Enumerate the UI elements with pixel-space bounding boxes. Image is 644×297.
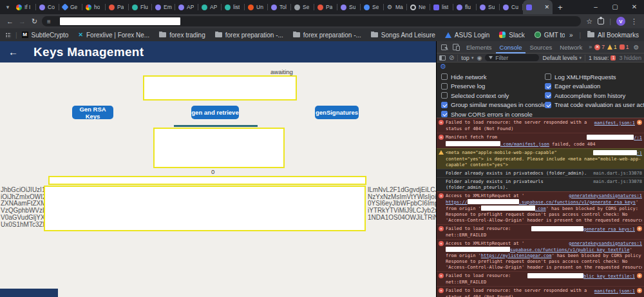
browser-tab[interactable]: Su — [477, 0, 500, 14]
issues-count-badge[interactable]: 1 — [620, 44, 629, 50]
checkbox-icon[interactable] — [441, 83, 448, 90]
source-link[interactable]: main.dart.js:33078 — [593, 171, 642, 176]
context-selector[interactable]: top▾ — [461, 55, 473, 61]
console-setting-checkbox[interactable]: Treat code evaluation as user action — [545, 101, 644, 110]
browser-tab[interactable]: Em — [152, 0, 175, 14]
thin-input-box[interactable] — [48, 176, 366, 185]
browser-tab[interactable]: Su — [337, 0, 361, 14]
forward-nav-icon[interactable]: → — [16, 17, 28, 25]
error-count-badge[interactable]: ✕ 7 — [594, 44, 605, 50]
message-link[interactable]: .com/manifest.json — [500, 142, 549, 147]
middle-input-box[interactable] — [153, 128, 285, 168]
browser-menu-icon[interactable]: ⋮ — [630, 17, 638, 26]
browser-tab[interactable]: Co — [36, 0, 59, 14]
browser-tab[interactable]: Flu — [129, 0, 152, 14]
device-toolbar-icon[interactable] — [453, 44, 459, 50]
checkbox-icon[interactable] — [545, 92, 551, 99]
devtools-tab-console[interactable]: Console — [496, 41, 526, 53]
browser-tab[interactable]: list — [430, 0, 453, 14]
browser-tab[interactable]: AP — [198, 0, 222, 14]
browser-tab[interactable]: Cu — [500, 0, 523, 14]
browser-tab[interactable]: Pa — [314, 0, 337, 14]
console-setting-checkbox[interactable]: Hide network — [441, 72, 546, 82]
browser-tab[interactable]: Se — [291, 0, 314, 14]
console-setting-checkbox[interactable]: Selected context only — [441, 91, 546, 101]
awaiting-input-box[interactable] — [143, 75, 297, 101]
checkbox-icon[interactable] — [545, 102, 551, 108]
devtools-settings-icon[interactable]: ⚙ — [631, 44, 641, 51]
message-link[interactable]: https:// — [446, 200, 468, 205]
bookmark-item[interactable]: forex preparation -... — [215, 32, 283, 39]
browser-tab[interactable]: flu — [453, 0, 477, 14]
console-sidebar-icon[interactable] — [439, 55, 446, 61]
bookmark-star-icon[interactable]: ☆ — [586, 17, 592, 26]
devtools-tab-network[interactable]: Network — [556, 41, 586, 53]
message-link[interactable]: https://mylisteningear.com — [481, 253, 552, 258]
browser-tab[interactable]: Tol — [268, 0, 291, 14]
browser-tab[interactable]: Pa — [106, 0, 129, 14]
browser-tab-active[interactable]: ✕ — [523, 0, 553, 14]
browser-tab[interactable]: Se — [361, 0, 384, 14]
source-link[interactable]: blic_key_textfile:1 — [583, 274, 635, 279]
bookmark-item[interactable]: forex trading — [159, 32, 205, 39]
live-expression-icon[interactable]: ◉ — [477, 55, 482, 61]
bookmark-item[interactable]: ✕Forexlive | Forex Ne... — [78, 32, 149, 39]
clear-console-icon[interactable]: ⊘ — [449, 55, 454, 61]
minimize-button[interactable]: – — [586, 0, 605, 14]
message-link[interactable]: supabase.co/functions/v1/public_key_text… — [510, 247, 629, 253]
url-input[interactable]: ≡ — [42, 16, 581, 26]
source-link[interactable]: manifest.json:1 — [594, 289, 635, 294]
gen-rsa-keys-button[interactable]: Gen RSA Keys — [72, 106, 113, 119]
apps-grid-icon[interactable] — [5, 32, 11, 38]
message-link[interactable]: .supabase.co/functions/v1/generate_rsa_k… — [519, 200, 636, 205]
profile-avatar[interactable]: V — [616, 17, 625, 26]
browser-tab[interactable]: ⚙Ma — [384, 0, 407, 14]
bookmark-item[interactable]: ASUS Login — [445, 32, 489, 39]
devtools-tab-sources[interactable]: Sources — [526, 41, 556, 53]
source-link[interactable]: main.dart.js:33078 — [593, 179, 642, 184]
browser-tab[interactable]: AP — [175, 0, 198, 14]
console-setting-checkbox[interactable]: Autocomplete from history — [545, 91, 644, 101]
browser-tab[interactable]: Ne — [407, 0, 430, 14]
tab-search-icon[interactable]: ▾ — [3, 4, 13, 10]
gen-and-retrieve-button[interactable]: gen and retrieve — [191, 106, 239, 119]
large-output-box[interactable] — [44, 186, 366, 231]
checkbox-icon[interactable] — [545, 83, 551, 90]
new-tab-button[interactable]: + — [558, 3, 563, 12]
close-window-button[interactable]: ✕ — [625, 0, 644, 14]
source-link[interactable]: :1 — [637, 151, 642, 156]
checkbox-icon[interactable] — [441, 111, 448, 117]
console-setting-checkbox[interactable]: Show CORS errors in console — [441, 110, 546, 119]
all-bookmarks-button[interactable]: All Bookmarks — [587, 32, 639, 39]
close-tab-icon[interactable]: ✕ — [544, 4, 549, 10]
checkbox-icon[interactable] — [545, 73, 551, 80]
reload-icon[interactable]: ↻ — [28, 17, 41, 26]
source-link[interactable]: generatekeysandsignatures:1 — [569, 193, 642, 198]
checkbox-icon[interactable] — [441, 102, 448, 108]
bookmark-item[interactable]: GMT to Singapore T... — [535, 32, 565, 39]
back-arrow-icon[interactable]: ← — [8, 46, 18, 57]
console-setting-checkbox[interactable]: Preserve log — [441, 82, 546, 91]
gen-signatures-button[interactable]: genSignatures — [315, 106, 359, 119]
log-levels-selector[interactable]: Default levels▾ — [542, 55, 582, 61]
source-link[interactable]: generate_rsa_keys:1 — [583, 227, 635, 232]
maximize-button[interactable]: ▢ — [605, 0, 625, 14]
more-panels-icon[interactable]: » — [587, 44, 593, 50]
bookmark-item[interactable]: Songs And Leisure — [371, 32, 435, 39]
source-link[interactable]: /:1 — [634, 135, 642, 140]
message-link[interactable]: .com — [535, 206, 546, 211]
inspect-element-icon[interactable] — [441, 44, 447, 50]
console-setting-checkbox[interactable]: Group similar messages in console — [441, 101, 546, 110]
browser-tab[interactable]: ho — [82, 0, 106, 14]
console-settings-gear-icon[interactable]: ⚙ — [440, 63, 446, 70]
devtools-tab-elements[interactable]: Elements — [462, 41, 496, 53]
site-settings-icon[interactable]: ≡ — [47, 18, 51, 25]
back-nav-icon[interactable]: ← — [4, 17, 16, 25]
bookmark-item[interactable]: forex preparation -... — [293, 32, 361, 39]
browser-tab[interactable]: If I — [13, 0, 36, 14]
bookmarks-overflow-icon[interactable]: » — [569, 32, 573, 39]
checkbox-icon[interactable] — [441, 92, 448, 99]
browser-tab[interactable]: Un — [245, 0, 268, 14]
browser-tab[interactable]: list — [222, 0, 245, 14]
checkbox-icon[interactable] — [441, 73, 448, 80]
